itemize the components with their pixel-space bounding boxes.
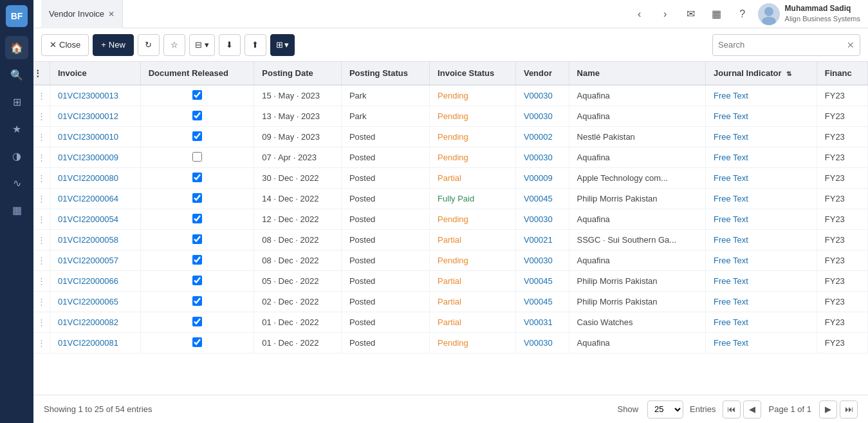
journal-cell: Free Text	[706, 250, 817, 271]
search-clear-icon[interactable]: ✕	[842, 40, 860, 50]
doc-released-cell[interactable]	[140, 127, 254, 147]
nav-back-button[interactable]: ‹	[629, 4, 650, 24]
invoice-cell[interactable]: 01VCI22000054	[50, 209, 141, 230]
mail-icon-button[interactable]: ✉	[681, 4, 701, 24]
tab-close-icon[interactable]: ✕	[108, 10, 115, 19]
finance-cell: FY23	[817, 168, 867, 189]
vendor-cell[interactable]: V00002	[515, 127, 569, 147]
invoice-cell[interactable]: 01VCI23000013	[50, 85, 141, 106]
col-posting-status[interactable]: Posting Status	[341, 62, 429, 85]
doc-released-checkbox[interactable]	[192, 173, 202, 182]
sidebar-item-favorites[interactable]: ★	[5, 117, 28, 140]
topbar-nav: ‹ › ✉ ▦ ? Muhammad Sadiq Align Business …	[629, 3, 860, 25]
invoice-cell[interactable]: 01VCI22000080	[50, 168, 141, 189]
posting-status-cell: Posted	[341, 292, 429, 312]
invoice-cell[interactable]: 01VCI22000066	[50, 271, 141, 292]
first-page-button[interactable]: ⏮	[723, 400, 741, 418]
vendor-invoice-tab[interactable]: Vendor Invoice ✕	[41, 0, 123, 28]
last-page-button[interactable]: ⏭	[840, 400, 858, 418]
sidebar-item-analytics[interactable]: ◑	[5, 144, 28, 167]
col-posting-date[interactable]: Posting Date	[254, 62, 342, 85]
view-toggle-button[interactable]: ⊞ ▾	[270, 34, 295, 56]
vendor-cell[interactable]: V00030	[515, 250, 569, 271]
invoice-cell[interactable]: 01VCI22000082	[50, 312, 141, 333]
doc-released-cell[interactable]	[140, 292, 254, 312]
table-row: ⋮ 01VCI22000066 05 · Dec · 2022 Posted P…	[33, 271, 868, 292]
doc-released-cell[interactable]	[140, 209, 254, 230]
col-doc-released[interactable]: Document Released	[140, 62, 254, 85]
vendor-cell[interactable]: V00030	[515, 209, 569, 230]
invoice-cell[interactable]: 01VCI22000064	[50, 189, 141, 209]
finance-cell: FY23	[817, 147, 867, 168]
vendor-cell[interactable]: V00021	[515, 230, 569, 250]
invoice-cell[interactable]: 01VCI22000081	[50, 333, 141, 353]
sidebar-item-reports[interactable]: ▦	[5, 198, 28, 221]
doc-released-cell[interactable]	[140, 85, 254, 106]
vendor-cell[interactable]: V00030	[515, 333, 569, 353]
journal-sort-icon: ⇅	[786, 70, 791, 77]
vendor-cell[interactable]: V00045	[515, 271, 569, 292]
doc-released-checkbox[interactable]	[192, 111, 202, 120]
filter-button[interactable]: ⊟ ▾	[189, 34, 215, 56]
invoice-cell[interactable]: 01VCI23000012	[50, 106, 141, 127]
vendor-cell[interactable]: V00030	[515, 85, 569, 106]
help-icon-button[interactable]: ?	[732, 4, 753, 24]
col-journal[interactable]: Journal Indicator ⇅	[706, 62, 817, 85]
invoice-cell[interactable]: 01VCI23000010	[50, 127, 141, 147]
doc-released-cell[interactable]	[140, 189, 254, 209]
doc-released-cell[interactable]	[140, 147, 254, 168]
col-finance[interactable]: Financ	[817, 62, 867, 85]
sidebar-item-home[interactable]: 🏠	[5, 36, 28, 59]
vendor-cell[interactable]: V00030	[515, 106, 569, 127]
doc-released-checkbox[interactable]	[192, 234, 202, 244]
doc-released-checkbox[interactable]	[192, 276, 202, 285]
doc-released-cell[interactable]	[140, 333, 254, 353]
prev-page-button[interactable]: ◀	[743, 400, 761, 418]
refresh-button[interactable]: ↻	[138, 34, 160, 56]
doc-released-checkbox[interactable]	[192, 337, 202, 347]
doc-released-checkbox[interactable]	[192, 90, 202, 100]
posting-status-cell: Posted	[341, 189, 429, 209]
doc-released-checkbox[interactable]	[192, 296, 202, 306]
chart-icon-button[interactable]: ▦	[706, 4, 727, 24]
col-vendor[interactable]: Vendor	[515, 62, 569, 85]
favorite-button[interactable]: ☆	[163, 34, 185, 56]
sidebar-item-grid[interactable]: ⊞	[5, 90, 28, 113]
next-page-button[interactable]: ▶	[819, 400, 837, 418]
doc-released-checkbox[interactable]	[192, 214, 202, 223]
doc-released-checkbox[interactable]	[192, 255, 202, 265]
search-input[interactable]	[713, 35, 842, 55]
invoice-cell[interactable]: 01VCI22000058	[50, 230, 141, 250]
vendor-cell[interactable]: V00045	[515, 189, 569, 209]
sidebar-item-activity[interactable]: ∿	[5, 171, 28, 194]
close-button[interactable]: ✕ Close	[41, 34, 89, 56]
doc-released-cell[interactable]	[140, 168, 254, 189]
posting-date-cell: 30 · Dec · 2022	[254, 168, 342, 189]
doc-released-cell[interactable]	[140, 271, 254, 292]
vendor-cell[interactable]: V00030	[515, 147, 569, 168]
invoice-cell[interactable]: 01VCI23000009	[50, 147, 141, 168]
doc-released-cell[interactable]	[140, 230, 254, 250]
doc-released-checkbox[interactable]	[192, 317, 202, 326]
doc-released-checkbox[interactable]	[192, 193, 202, 203]
invoice-cell[interactable]: 01VCI22000057	[50, 250, 141, 271]
upload-button[interactable]: ⬆	[245, 34, 266, 56]
col-invoice[interactable]: Invoice	[50, 62, 141, 85]
doc-released-cell[interactable]	[140, 250, 254, 271]
vendor-cell[interactable]: V00009	[515, 168, 569, 189]
doc-released-cell[interactable]	[140, 312, 254, 333]
vendor-cell[interactable]: V00031	[515, 312, 569, 333]
per-page-select[interactable]: 25 50 100	[647, 400, 683, 418]
nav-forward-button[interactable]: ›	[655, 4, 676, 24]
invoice-status-cell: Pending	[430, 106, 516, 127]
vendor-cell[interactable]: V00045	[515, 292, 569, 312]
doc-released-cell[interactable]	[140, 106, 254, 127]
doc-released-checkbox[interactable]	[192, 131, 202, 141]
doc-released-checkbox[interactable]	[192, 152, 202, 162]
sidebar-item-search[interactable]: 🔍	[5, 63, 28, 86]
col-name[interactable]: Name	[569, 62, 705, 85]
download-button[interactable]: ⬇	[219, 34, 241, 56]
invoice-cell[interactable]: 01VCI22000065	[50, 292, 141, 312]
col-invoice-status[interactable]: Invoice Status	[430, 62, 516, 85]
new-button[interactable]: + New	[93, 34, 134, 56]
